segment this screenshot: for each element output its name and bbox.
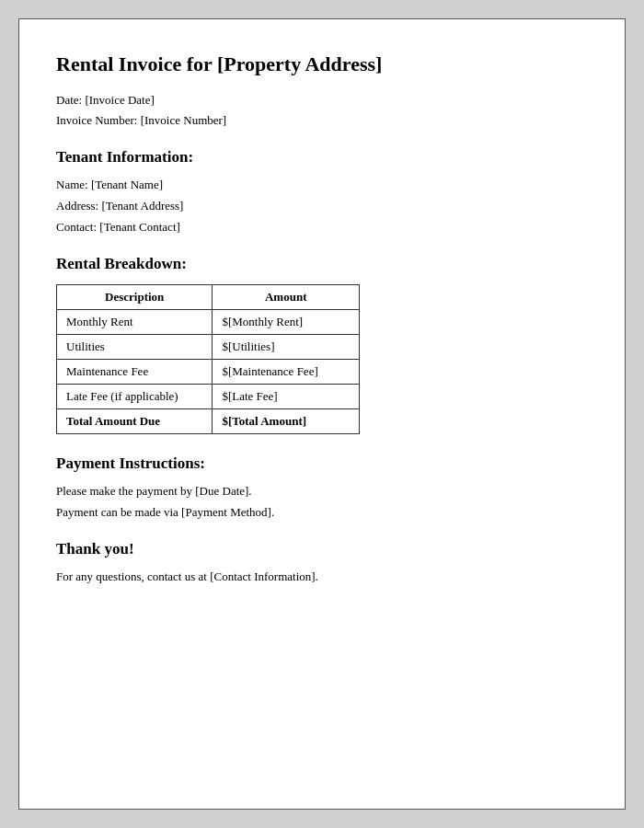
row-amount: $[Utilities] (213, 335, 360, 360)
row-amount: $[Maintenance Fee] (213, 360, 360, 385)
invoice-title: Rental Invoice for [Property Address] (56, 52, 588, 76)
col-header-description: Description (57, 285, 213, 310)
invoice-page: Rental Invoice for [Property Address] Da… (18, 18, 626, 810)
tenant-info-heading: Tenant Information: (56, 148, 588, 167)
table-header-row: Description Amount (57, 285, 360, 310)
table-row: Monthly Rent$[Monthly Rent] (57, 310, 360, 335)
row-description: Maintenance Fee (57, 360, 213, 385)
tenant-address: Address: [Tenant Address] (56, 199, 588, 213)
row-description: Utilities (57, 335, 213, 360)
rental-breakdown-table: Description Amount Monthly Rent$[Monthly… (56, 284, 360, 434)
row-amount: $[Monthly Rent] (213, 310, 360, 335)
table-row: Maintenance Fee$[Maintenance Fee] (57, 360, 360, 385)
row-description: Monthly Rent (57, 310, 213, 335)
payment-instructions-heading: Payment Instructions: (56, 454, 588, 473)
payment-line-1: Please make the payment by [Due Date]. (56, 484, 588, 499)
payment-line-2: Payment can be made via [Payment Method]… (56, 505, 588, 520)
invoice-number: Invoice Number: [Invoice Number] (56, 113, 588, 128)
tenant-name: Name: [Tenant Name] (56, 178, 588, 192)
thankyou-heading: Thank you! (56, 540, 588, 558)
row-amount: $[Late Fee] (213, 385, 360, 409)
rental-breakdown-heading: Rental Breakdown: (56, 255, 588, 273)
row-description: Late Fee (if applicable) (57, 385, 213, 409)
table-row: Utilities$[Utilities] (57, 335, 360, 360)
total-description: Total Amount Due (57, 409, 213, 434)
total-amount: $[Total Amount] (213, 409, 360, 434)
tenant-contact: Contact: [Tenant Contact] (56, 220, 588, 235)
col-header-amount: Amount (213, 285, 360, 310)
invoice-date: Date: [Invoice Date] (56, 93, 588, 108)
contact-line: For any questions, contact us at [Contac… (56, 569, 588, 584)
table-row: Late Fee (if applicable)$[Late Fee] (57, 385, 360, 409)
total-row: Total Amount Due$[Total Amount] (57, 409, 360, 434)
